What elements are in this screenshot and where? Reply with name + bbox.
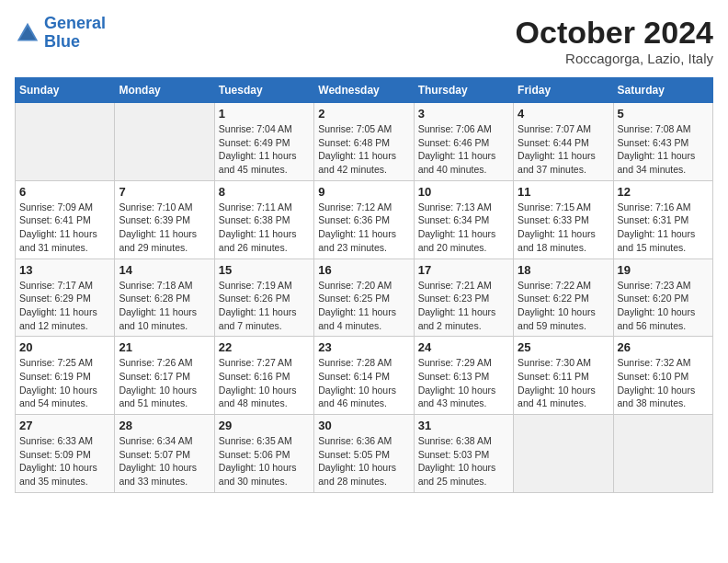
- day-number: 3: [418, 107, 509, 121]
- title-block: October 2024 Roccagorga, Lazio, Italy: [516, 15, 713, 66]
- calendar-cell: 29Sunrise: 6:35 AM Sunset: 5:06 PM Dayli…: [214, 415, 313, 493]
- day-number: 2: [318, 107, 409, 121]
- logo-icon: [15, 20, 40, 46]
- day-number: 8: [219, 185, 310, 199]
- calendar-cell: 20Sunrise: 7:25 AM Sunset: 6:19 PM Dayli…: [16, 337, 115, 415]
- day-info: Sunrise: 7:17 AM Sunset: 6:29 PM Dayligh…: [19, 279, 110, 333]
- calendar-week-3: 13Sunrise: 7:17 AM Sunset: 6:29 PM Dayli…: [16, 259, 713, 337]
- day-info: Sunrise: 7:32 AM Sunset: 6:10 PM Dayligh…: [618, 356, 709, 410]
- day-info: Sunrise: 6:38 AM Sunset: 5:03 PM Dayligh…: [418, 434, 509, 488]
- day-number: 23: [318, 340, 409, 354]
- calendar-cell: 21Sunrise: 7:26 AM Sunset: 6:17 PM Dayli…: [115, 337, 214, 415]
- calendar-body: 1Sunrise: 7:04 AM Sunset: 6:49 PM Daylig…: [16, 103, 713, 493]
- calendar-cell: 2Sunrise: 7:05 AM Sunset: 6:48 PM Daylig…: [314, 103, 414, 181]
- day-info: Sunrise: 6:35 AM Sunset: 5:06 PM Dayligh…: [219, 434, 310, 488]
- day-info: Sunrise: 7:22 AM Sunset: 6:22 PM Dayligh…: [518, 279, 609, 333]
- logo-text: General Blue: [44, 15, 106, 52]
- calendar-cell: 3Sunrise: 7:06 AM Sunset: 6:46 PM Daylig…: [414, 103, 513, 181]
- day-number: 26: [618, 340, 709, 354]
- day-number: 13: [19, 263, 110, 277]
- calendar-week-1: 1Sunrise: 7:04 AM Sunset: 6:49 PM Daylig…: [16, 103, 713, 181]
- weekday-header-friday: Friday: [514, 78, 613, 103]
- day-number: 4: [518, 107, 609, 121]
- weekday-header-wednesday: Wednesday: [314, 78, 414, 103]
- day-info: Sunrise: 7:30 AM Sunset: 6:11 PM Dayligh…: [518, 356, 609, 410]
- calendar-cell: 27Sunrise: 6:33 AM Sunset: 5:09 PM Dayli…: [16, 415, 115, 493]
- calendar-cell: 12Sunrise: 7:16 AM Sunset: 6:31 PM Dayli…: [613, 180, 712, 259]
- calendar-table: SundayMondayTuesdayWednesdayThursdayFrid…: [15, 77, 713, 493]
- day-number: 24: [418, 340, 509, 354]
- calendar-cell: 19Sunrise: 7:23 AM Sunset: 6:20 PM Dayli…: [613, 259, 712, 337]
- day-info: Sunrise: 7:19 AM Sunset: 6:26 PM Dayligh…: [219, 279, 310, 333]
- day-number: 20: [19, 340, 110, 354]
- calendar-cell: [115, 103, 214, 181]
- calendar-cell: 26Sunrise: 7:32 AM Sunset: 6:10 PM Dayli…: [613, 337, 712, 415]
- page-header: General Blue October 2024 Roccagorga, La…: [15, 15, 713, 66]
- day-info: Sunrise: 6:36 AM Sunset: 5:05 PM Dayligh…: [318, 434, 409, 488]
- day-info: Sunrise: 7:07 AM Sunset: 6:44 PM Dayligh…: [518, 122, 609, 177]
- day-info: Sunrise: 7:18 AM Sunset: 6:28 PM Dayligh…: [119, 279, 210, 333]
- weekday-header-monday: Monday: [115, 78, 214, 103]
- calendar-cell: 9Sunrise: 7:12 AM Sunset: 6:36 PM Daylig…: [314, 180, 414, 259]
- calendar-cell: [613, 415, 712, 493]
- month-title: October 2024: [516, 15, 713, 51]
- day-info: Sunrise: 7:05 AM Sunset: 6:48 PM Dayligh…: [318, 122, 409, 177]
- calendar-cell: 5Sunrise: 7:08 AM Sunset: 6:43 PM Daylig…: [613, 103, 712, 181]
- day-number: 18: [518, 263, 609, 277]
- day-number: 25: [518, 340, 609, 354]
- calendar-cell: 24Sunrise: 7:29 AM Sunset: 6:13 PM Dayli…: [414, 337, 513, 415]
- calendar-cell: [514, 415, 613, 493]
- calendar-cell: [16, 103, 115, 181]
- day-info: Sunrise: 7:10 AM Sunset: 6:39 PM Dayligh…: [119, 201, 210, 255]
- day-number: 30: [318, 419, 409, 432]
- day-number: 22: [219, 340, 310, 354]
- calendar-cell: 18Sunrise: 7:22 AM Sunset: 6:22 PM Dayli…: [514, 259, 613, 337]
- calendar-cell: 13Sunrise: 7:17 AM Sunset: 6:29 PM Dayli…: [16, 259, 115, 337]
- day-info: Sunrise: 7:20 AM Sunset: 6:25 PM Dayligh…: [318, 279, 409, 333]
- calendar-cell: 22Sunrise: 7:27 AM Sunset: 6:16 PM Dayli…: [214, 337, 313, 415]
- calendar-week-2: 6Sunrise: 7:09 AM Sunset: 6:41 PM Daylig…: [16, 180, 713, 259]
- calendar-cell: 16Sunrise: 7:20 AM Sunset: 6:25 PM Dayli…: [314, 259, 414, 337]
- weekday-header-thursday: Thursday: [414, 78, 513, 103]
- day-number: 28: [119, 419, 210, 432]
- day-info: Sunrise: 7:25 AM Sunset: 6:19 PM Dayligh…: [19, 356, 110, 410]
- calendar-cell: 15Sunrise: 7:19 AM Sunset: 6:26 PM Dayli…: [214, 259, 313, 337]
- day-info: Sunrise: 7:28 AM Sunset: 6:14 PM Dayligh…: [318, 356, 409, 410]
- calendar-week-4: 20Sunrise: 7:25 AM Sunset: 6:19 PM Dayli…: [16, 337, 713, 415]
- day-number: 7: [119, 185, 210, 199]
- day-number: 5: [618, 107, 709, 121]
- day-info: Sunrise: 7:29 AM Sunset: 6:13 PM Dayligh…: [418, 356, 509, 410]
- day-number: 9: [318, 185, 409, 199]
- day-info: Sunrise: 7:04 AM Sunset: 6:49 PM Dayligh…: [219, 122, 310, 177]
- day-number: 29: [219, 419, 310, 432]
- weekday-header-saturday: Saturday: [613, 78, 712, 103]
- calendar-cell: 28Sunrise: 6:34 AM Sunset: 5:07 PM Dayli…: [115, 415, 214, 493]
- calendar-cell: 23Sunrise: 7:28 AM Sunset: 6:14 PM Dayli…: [314, 337, 414, 415]
- day-info: Sunrise: 7:09 AM Sunset: 6:41 PM Dayligh…: [19, 201, 110, 255]
- calendar-cell: 1Sunrise: 7:04 AM Sunset: 6:49 PM Daylig…: [214, 103, 313, 181]
- day-number: 16: [318, 263, 409, 277]
- day-info: Sunrise: 7:13 AM Sunset: 6:34 PM Dayligh…: [418, 201, 509, 255]
- location-subtitle: Roccagorga, Lazio, Italy: [516, 51, 713, 66]
- calendar-cell: 30Sunrise: 6:36 AM Sunset: 5:05 PM Dayli…: [314, 415, 414, 493]
- calendar-cell: 4Sunrise: 7:07 AM Sunset: 6:44 PM Daylig…: [514, 103, 613, 181]
- calendar-cell: 31Sunrise: 6:38 AM Sunset: 5:03 PM Dayli…: [414, 415, 513, 493]
- calendar-header: SundayMondayTuesdayWednesdayThursdayFrid…: [16, 78, 713, 103]
- day-number: 12: [618, 185, 709, 199]
- day-info: Sunrise: 7:16 AM Sunset: 6:31 PM Dayligh…: [618, 201, 709, 255]
- day-number: 11: [518, 185, 609, 199]
- day-number: 14: [119, 263, 210, 277]
- day-info: Sunrise: 7:08 AM Sunset: 6:43 PM Dayligh…: [618, 122, 709, 177]
- weekday-header-tuesday: Tuesday: [214, 78, 313, 103]
- day-number: 1: [219, 107, 310, 121]
- day-info: Sunrise: 7:21 AM Sunset: 6:23 PM Dayligh…: [418, 279, 509, 333]
- day-number: 21: [119, 340, 210, 354]
- calendar-cell: 25Sunrise: 7:30 AM Sunset: 6:11 PM Dayli…: [514, 337, 613, 415]
- calendar-cell: 8Sunrise: 7:11 AM Sunset: 6:38 PM Daylig…: [214, 180, 313, 259]
- day-info: Sunrise: 7:27 AM Sunset: 6:16 PM Dayligh…: [219, 356, 310, 410]
- day-number: 19: [618, 263, 709, 277]
- day-number: 6: [19, 185, 110, 199]
- day-number: 10: [418, 185, 509, 199]
- calendar-cell: 17Sunrise: 7:21 AM Sunset: 6:23 PM Dayli…: [414, 259, 513, 337]
- day-info: Sunrise: 7:26 AM Sunset: 6:17 PM Dayligh…: [119, 356, 210, 410]
